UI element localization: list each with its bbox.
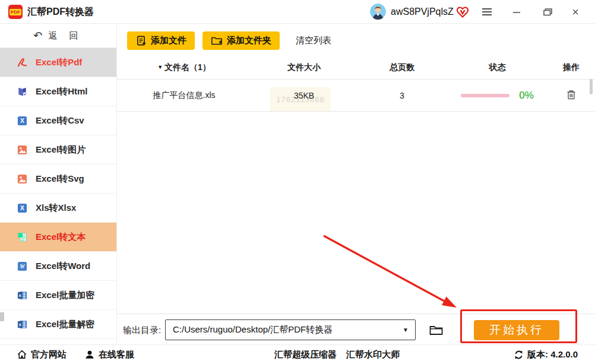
excel-workbook-icon: x [17,319,28,330]
vip-badge-icon[interactable] [456,5,469,18]
output-path-value: C:/Users/ruguo/Desktop/汇帮PDF转换器 [166,324,333,335]
browse-folder-button[interactable] [428,322,444,337]
minimize-button[interactable] [507,0,527,24]
watermark-master-label: 汇帮水印大师 [346,349,400,360]
header-filename[interactable]: ▼文件名（1） [117,62,251,73]
progress-bar [461,94,509,97]
file-pages: 3 [357,91,447,100]
file-status-cell: 0% [447,90,547,102]
add-file-icon [135,35,147,46]
header-pages: 总页数 [357,62,447,73]
back-arrow-icon: ↶ [33,29,42,42]
output-path-combobox[interactable]: C:/Users/ruguo/Desktop/汇帮PDF转换器 ▼ [165,319,416,340]
online-support-label: 在线客服 [99,349,134,360]
sidebar: ↶ 返 回 Excel转Pdf Excel转Html [0,24,117,344]
table-row: 推广平台信息.xls 35KB 3 0% [117,80,595,112]
sidebar-item-excel-to-svg[interactable]: Excel转Svg [0,164,116,194]
text-document-icon [17,232,28,243]
user-avatar[interactable] [370,4,386,20]
maximize-icon [543,7,553,17]
online-support-link[interactable]: 在线客服 [84,345,134,364]
svg-text:X: X [20,118,24,124]
titlebar: PDF 汇帮PDF转换器 awS8PVjPqlsZ [0,0,595,24]
avatar-icon [370,4,386,20]
output-bar: 输出目录: C:/Users/ruguo/Desktop/汇帮PDF转换器 ▼ … [117,314,595,344]
version-label: 版本: 4.2.0.0 [527,349,578,360]
add-file-label: 添加文件 [151,35,186,46]
sidebar-item-label: Excel转Html [36,86,88,97]
sidebar-item-excel-to-word[interactable]: W Excel转Word [0,252,116,281]
app-window: PDF 汇帮PDF转换器 awS8PVjPqlsZ [0,0,595,364]
app-title: 汇帮PDF转换器 [27,0,94,24]
image-icon [17,144,28,156]
sidebar-item-label: Excel转Word [36,261,90,272]
menu-button[interactable] [477,0,497,24]
svg-text:X: X [20,205,24,211]
app-logo-pdf-icon: PDF [8,5,23,19]
maximize-button[interactable] [537,0,558,24]
close-button[interactable]: × [565,0,585,24]
footer: 官方网站 在线客服 汇帮超级压缩器 汇帮水印大师 版本: 4.2.0.0 [0,344,595,364]
customer-service-icon [84,349,95,360]
excel-workbook-icon: x [17,290,28,301]
close-icon: × [572,0,579,24]
sidebar-item-label: Excel转Csv [36,115,84,126]
sort-desc-icon: ▼ [157,64,163,70]
content-scrollbar-thumb[interactable] [590,79,593,94]
version-check-update[interactable]: 版本: 4.2.0.0 [514,345,578,364]
back-label: 返 回 [48,30,83,42]
x-square-icon: X [17,115,28,126]
sidebar-item-excel-to-html[interactable]: Excel转Html [0,77,116,106]
chevron-down-icon: ▼ [403,327,409,333]
header-actions: 操作 [547,62,595,73]
file-size: 35KB [251,91,357,100]
sidebar-item-excel-to-csv[interactable]: X Excel转Csv [0,106,116,135]
x-square-icon: X [17,202,28,214]
start-execute-button[interactable]: 开始执行 [474,320,559,340]
sidebar-item-excel-batch-decrypt[interactable]: x Excel批量解密 [0,310,116,339]
svg-text:W: W [20,264,25,270]
add-folder-icon [211,35,223,46]
delete-file-button[interactable] [547,88,595,103]
sidebar-item-label: Excel批量解密 [36,319,94,330]
minimize-icon [512,8,521,16]
compressor-link[interactable]: 汇帮超级压缩器 [274,345,337,364]
back-button[interactable]: ↶ 返 回 [0,24,116,48]
folder-icon [429,324,444,336]
sidebar-item-excel-to-text[interactable]: Excel转文本 [0,223,116,252]
sidebar-item-label: Excel转Svg [36,173,84,185]
header-status: 状态 [447,62,547,73]
sidebar-item-label: Excel转Pdf [36,57,82,68]
clear-list-button[interactable]: 清空列表 [296,35,331,46]
home-icon [17,349,27,360]
refresh-icon [514,350,524,360]
hamburger-icon [482,8,492,16]
sidebar-item-excel-batch-encrypt[interactable]: x Excel批量加密 [0,281,116,310]
sidebar-item-excel-to-image[interactable]: Excel转图片 [0,135,116,164]
add-folder-label: 添加文件夹 [227,35,271,46]
sidebar-item-label: Xls转Xlsx [36,202,76,214]
output-dir-label: 输出目录: [123,319,161,340]
add-folder-button[interactable]: 添加文件夹 [202,31,280,50]
main-panel: 添加文件 添加文件夹 清空列表 ▼文件名（1） 文件大小 总页数 状态 操作 1… [117,24,595,344]
sidebar-item-label: Excel批量加密 [36,290,94,301]
trash-icon [565,88,577,101]
official-website-link[interactable]: 官方网站 [17,345,67,364]
watermark-master-link[interactable]: 汇帮水印大师 [346,345,400,364]
compressor-label: 汇帮超级压缩器 [274,349,337,360]
word-icon: W [17,261,28,272]
progress-percent: 0% [519,90,534,102]
acrobat-pdf-icon [17,57,28,68]
html-book-icon [17,86,28,97]
add-file-button[interactable]: 添加文件 [127,31,195,50]
sidebar-item-label: Excel转文本 [36,232,86,243]
header-filesize: 文件大小 [251,62,357,73]
username[interactable]: awS8PVjPqlsZ [391,0,454,24]
sidebar-item-xls-to-xlsx[interactable]: X Xls转Xlsx [0,194,116,223]
sidebar-item-label: Excel转图片 [36,144,86,156]
toolbar: 添加文件 添加文件夹 清空列表 [127,31,331,50]
image-icon [17,173,28,185]
sidebar-item-excel-to-pdf[interactable]: Excel转Pdf [0,48,116,77]
sidebar-scrollbar-thumb[interactable] [0,312,4,321]
table-header-row: ▼文件名（1） 文件大小 总页数 状态 操作 [117,56,595,80]
